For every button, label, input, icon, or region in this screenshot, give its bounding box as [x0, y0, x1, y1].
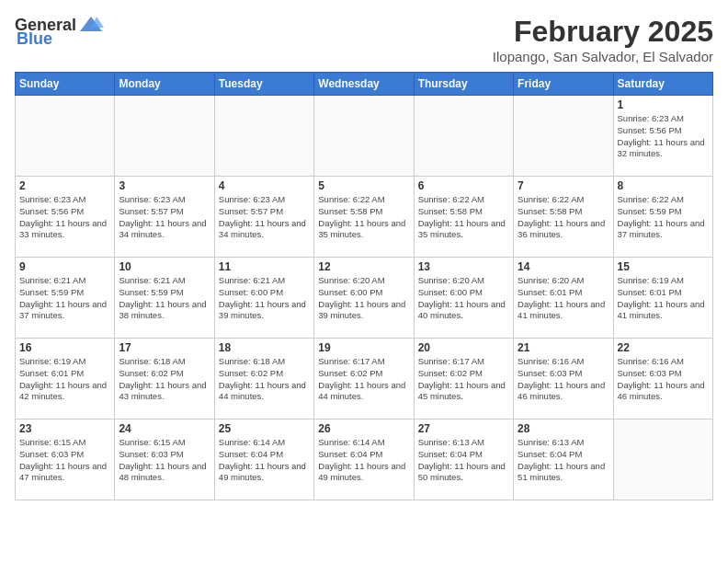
day-info: Sunrise: 6:22 AM Sunset: 5:59 PM Dayligh… — [618, 194, 709, 241]
day-of-week-header: Friday — [514, 73, 613, 96]
day-info: Sunrise: 6:14 AM Sunset: 6:04 PM Dayligh… — [318, 437, 409, 484]
calendar-week-row: 9Sunrise: 6:21 AM Sunset: 5:59 PM Daylig… — [16, 258, 713, 339]
calendar-day-cell: 3Sunrise: 6:23 AM Sunset: 5:57 PM Daylig… — [115, 177, 214, 258]
calendar-week-row: 1Sunrise: 6:23 AM Sunset: 5:56 PM Daylig… — [16, 96, 713, 177]
day-number: 11 — [219, 260, 310, 273]
day-number: 4 — [219, 179, 310, 192]
calendar-day-cell: 21Sunrise: 6:16 AM Sunset: 6:03 PM Dayli… — [514, 339, 613, 419]
calendar-day-cell: 13Sunrise: 6:20 AM Sunset: 6:00 PM Dayli… — [414, 258, 513, 339]
calendar-day-cell: 23Sunrise: 6:15 AM Sunset: 6:03 PM Dayli… — [16, 419, 115, 500]
calendar-day-cell: 16Sunrise: 6:19 AM Sunset: 6:01 PM Dayli… — [16, 339, 115, 419]
calendar-day-cell: 19Sunrise: 6:17 AM Sunset: 6:02 PM Dayli… — [314, 339, 414, 419]
day-info: Sunrise: 6:20 AM Sunset: 6:01 PM Dayligh… — [518, 275, 609, 322]
day-info: Sunrise: 6:13 AM Sunset: 6:04 PM Dayligh… — [518, 437, 609, 484]
day-info: Sunrise: 6:22 AM Sunset: 5:58 PM Dayligh… — [318, 194, 409, 241]
calendar-day-cell: 22Sunrise: 6:16 AM Sunset: 6:03 PM Dayli… — [613, 339, 712, 419]
day-number: 6 — [418, 179, 509, 192]
day-of-week-header: Wednesday — [314, 73, 414, 96]
day-number: 20 — [418, 341, 509, 354]
calendar-day-cell: 5Sunrise: 6:22 AM Sunset: 5:58 PM Daylig… — [314, 177, 414, 258]
day-number: 9 — [19, 260, 110, 273]
day-info: Sunrise: 6:23 AM Sunset: 5:56 PM Dayligh… — [19, 194, 110, 241]
calendar-day-cell: 9Sunrise: 6:21 AM Sunset: 5:59 PM Daylig… — [16, 258, 115, 339]
day-number: 28 — [518, 422, 609, 435]
calendar-day-cell: 28Sunrise: 6:13 AM Sunset: 6:04 PM Dayli… — [514, 419, 613, 500]
day-number: 18 — [219, 341, 310, 354]
day-info: Sunrise: 6:17 AM Sunset: 6:02 PM Dayligh… — [318, 356, 409, 403]
calendar-day-cell — [16, 96, 115, 177]
logo: General Blue — [15, 15, 104, 49]
month-year-title: February 2025 — [493, 15, 713, 49]
day-info: Sunrise: 6:23 AM Sunset: 5:56 PM Dayligh… — [618, 113, 709, 160]
calendar-day-cell: 6Sunrise: 6:22 AM Sunset: 5:58 PM Daylig… — [414, 177, 513, 258]
day-info: Sunrise: 6:16 AM Sunset: 6:03 PM Dayligh… — [518, 356, 609, 403]
calendar-day-cell: 2Sunrise: 6:23 AM Sunset: 5:56 PM Daylig… — [16, 177, 115, 258]
location-subtitle: Ilopango, San Salvador, El Salvador — [493, 49, 713, 64]
day-number: 5 — [318, 179, 409, 192]
day-info: Sunrise: 6:20 AM Sunset: 6:00 PM Dayligh… — [418, 275, 509, 322]
day-number: 26 — [318, 422, 409, 435]
day-number: 7 — [518, 179, 609, 192]
day-number: 24 — [119, 422, 210, 435]
day-info: Sunrise: 6:14 AM Sunset: 6:04 PM Dayligh… — [219, 437, 310, 484]
calendar-day-cell: 14Sunrise: 6:20 AM Sunset: 6:01 PM Dayli… — [514, 258, 613, 339]
day-info: Sunrise: 6:15 AM Sunset: 6:03 PM Dayligh… — [19, 437, 110, 484]
calendar-day-cell: 24Sunrise: 6:15 AM Sunset: 6:03 PM Dayli… — [115, 419, 214, 500]
calendar-day-cell: 7Sunrise: 6:22 AM Sunset: 5:58 PM Daylig… — [514, 177, 613, 258]
calendar-day-cell: 18Sunrise: 6:18 AM Sunset: 6:02 PM Dayli… — [214, 339, 313, 419]
day-of-week-header: Tuesday — [214, 73, 313, 96]
day-number: 8 — [618, 179, 709, 192]
calendar-day-cell: 4Sunrise: 6:23 AM Sunset: 5:57 PM Daylig… — [214, 177, 313, 258]
day-number: 12 — [318, 260, 409, 273]
calendar-day-cell: 26Sunrise: 6:14 AM Sunset: 6:04 PM Dayli… — [314, 419, 414, 500]
day-info: Sunrise: 6:21 AM Sunset: 6:00 PM Dayligh… — [219, 275, 310, 322]
calendar-week-row: 23Sunrise: 6:15 AM Sunset: 6:03 PM Dayli… — [16, 419, 713, 500]
day-of-week-header: Monday — [115, 73, 214, 96]
day-number: 2 — [19, 179, 110, 192]
day-info: Sunrise: 6:15 AM Sunset: 6:03 PM Dayligh… — [119, 437, 210, 484]
calendar-day-cell: 8Sunrise: 6:22 AM Sunset: 5:59 PM Daylig… — [613, 177, 712, 258]
day-of-week-header: Sunday — [16, 73, 115, 96]
calendar-day-cell: 10Sunrise: 6:21 AM Sunset: 5:59 PM Dayli… — [115, 258, 214, 339]
day-info: Sunrise: 6:16 AM Sunset: 6:03 PM Dayligh… — [618, 356, 709, 403]
title-area: February 2025 Ilopango, San Salvador, El… — [493, 15, 713, 64]
calendar-day-cell: 27Sunrise: 6:13 AM Sunset: 6:04 PM Dayli… — [414, 419, 513, 500]
day-number: 14 — [518, 260, 609, 273]
day-info: Sunrise: 6:21 AM Sunset: 5:59 PM Dayligh… — [19, 275, 110, 322]
day-number: 27 — [418, 422, 509, 435]
day-info: Sunrise: 6:13 AM Sunset: 6:04 PM Dayligh… — [418, 437, 509, 484]
day-number: 10 — [119, 260, 210, 273]
day-number: 22 — [618, 341, 709, 354]
page-header: General Blue February 2025 Ilopango, San… — [15, 15, 713, 64]
calendar-day-cell — [115, 96, 214, 177]
calendar-day-cell: 17Sunrise: 6:18 AM Sunset: 6:02 PM Dayli… — [115, 339, 214, 419]
day-info: Sunrise: 6:23 AM Sunset: 5:57 PM Dayligh… — [119, 194, 210, 241]
calendar-day-cell — [414, 96, 513, 177]
day-of-week-header: Saturday — [613, 73, 712, 96]
day-info: Sunrise: 6:19 AM Sunset: 6:01 PM Dayligh… — [618, 275, 709, 322]
day-number: 13 — [418, 260, 509, 273]
day-of-week-header: Thursday — [414, 73, 513, 96]
calendar-day-cell — [514, 96, 613, 177]
day-info: Sunrise: 6:20 AM Sunset: 6:00 PM Dayligh… — [318, 275, 409, 322]
day-info: Sunrise: 6:21 AM Sunset: 5:59 PM Dayligh… — [119, 275, 210, 322]
calendar-week-row: 2Sunrise: 6:23 AM Sunset: 5:56 PM Daylig… — [16, 177, 713, 258]
calendar-day-cell — [613, 419, 712, 500]
calendar-week-row: 16Sunrise: 6:19 AM Sunset: 6:01 PM Dayli… — [16, 339, 713, 419]
day-number: 23 — [19, 422, 110, 435]
calendar-day-cell — [314, 96, 414, 177]
day-number: 1 — [618, 98, 709, 111]
day-info: Sunrise: 6:22 AM Sunset: 5:58 PM Dayligh… — [518, 194, 609, 241]
day-number: 25 — [219, 422, 310, 435]
logo-blue-text: Blue — [17, 29, 52, 49]
day-info: Sunrise: 6:19 AM Sunset: 6:01 PM Dayligh… — [19, 356, 110, 403]
day-info: Sunrise: 6:18 AM Sunset: 6:02 PM Dayligh… — [119, 356, 210, 403]
calendar-table: SundayMondayTuesdayWednesdayThursdayFrid… — [15, 72, 713, 500]
day-number: 15 — [618, 260, 709, 273]
day-number: 19 — [318, 341, 409, 354]
day-info: Sunrise: 6:17 AM Sunset: 6:02 PM Dayligh… — [418, 356, 509, 403]
day-number: 3 — [119, 179, 210, 192]
calendar-day-cell: 25Sunrise: 6:14 AM Sunset: 6:04 PM Dayli… — [214, 419, 313, 500]
calendar-header-row: SundayMondayTuesdayWednesdayThursdayFrid… — [16, 73, 713, 96]
calendar-day-cell: 20Sunrise: 6:17 AM Sunset: 6:02 PM Dayli… — [414, 339, 513, 419]
